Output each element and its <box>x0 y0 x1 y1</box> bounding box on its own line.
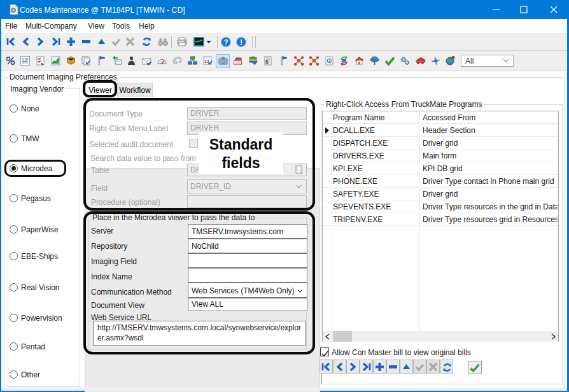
svg-text:?: ? <box>224 38 228 46</box>
svg-text:!: ! <box>240 38 242 47</box>
svg-text:$: $ <box>265 59 269 65</box>
